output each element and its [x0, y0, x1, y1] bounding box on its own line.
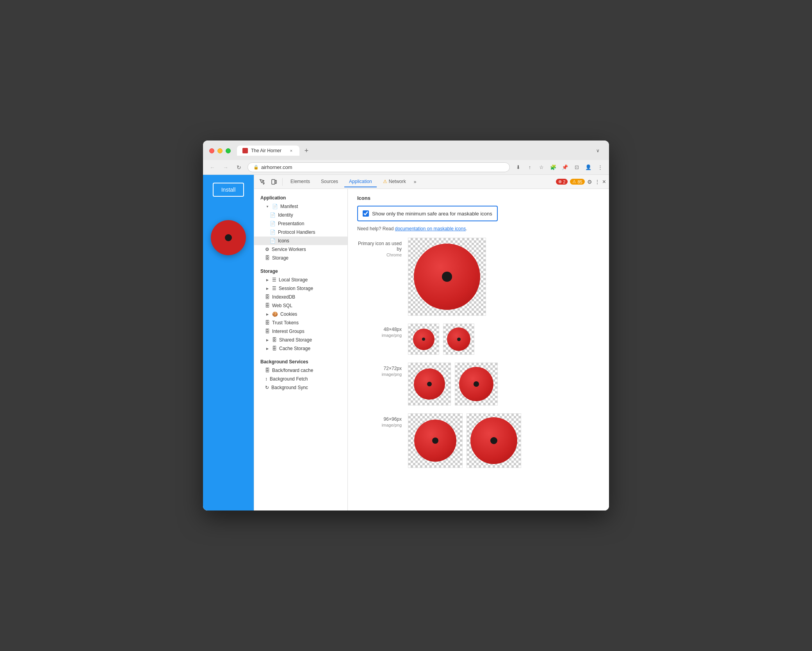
toolbar-icons: ⬇ ↑ ☆ 🧩 📌 ⊡ 👤 ⋮	[514, 163, 604, 172]
refresh-button[interactable]: ↻	[234, 163, 244, 172]
install-button[interactable]: Install	[213, 183, 244, 197]
network-warning-icon: ⚠	[383, 179, 387, 184]
size-48-label: 48×48px	[357, 327, 402, 332]
address-field[interactable]: 🔒 airhorner.com	[248, 162, 510, 172]
tab-application[interactable]: Application	[344, 176, 377, 187]
icon-96-preview-1	[408, 413, 463, 468]
active-tab[interactable]: The Air Horner ×	[237, 146, 299, 156]
icon-96-meta: 96×96px image/png	[357, 413, 408, 427]
icon-48-meta: 48×48px image/png	[357, 324, 408, 338]
devtools-panel: Elements Sources Application ⚠ Network »…	[254, 175, 609, 510]
icon-72-samples	[408, 363, 498, 406]
local-storage-label: Local Storage	[279, 277, 308, 283]
url-text: airhorner.com	[261, 164, 292, 170]
devtools: Install Elements Sources Application	[203, 175, 609, 510]
back-button[interactable]: ←	[208, 163, 217, 172]
help-text: Need help? Read documentation on maskabl…	[357, 226, 600, 231]
chrome-icon-preview	[408, 238, 486, 316]
horn-48-1	[413, 329, 434, 350]
background-sync-label: Background Sync	[271, 385, 308, 390]
tab-network[interactable]: ⚠ Network	[378, 176, 411, 187]
icon-48-samples	[408, 324, 474, 355]
minimize-button[interactable]	[217, 148, 223, 153]
nav-protocol-handlers[interactable]: 📄 Protocol Handlers	[254, 228, 347, 237]
nav-identity[interactable]: 📄 Identity	[254, 211, 347, 219]
nav-background-sync[interactable]: ↻ Background Sync	[254, 383, 347, 392]
identity-label: Identity	[278, 212, 293, 218]
nav-local-storage[interactable]: ▶ ☰ Local Storage	[254, 276, 347, 284]
type-96-label: image/png	[357, 423, 402, 427]
tab-close-button[interactable]: ×	[288, 148, 294, 153]
cookies-label: Cookies	[280, 311, 297, 317]
more-tabs-button[interactable]: »	[412, 177, 418, 187]
address-bar: ← → ↻ 🔒 airhorner.com ⬇ ↑ ☆ 🧩 📌 ⊡ 👤 ⋮	[203, 160, 609, 175]
nav-web-sql[interactable]: 🗄 Web SQL	[254, 301, 347, 310]
bookmark-icon[interactable]: ☆	[537, 163, 546, 172]
forward-button[interactable]: →	[221, 163, 230, 172]
help-text-before: Need help? Read	[357, 226, 395, 231]
page-sidebar: Install	[203, 175, 254, 510]
horn-72-1	[414, 368, 445, 400]
nav-cache-storage[interactable]: ▶ 🗄 Cache Storage	[254, 344, 347, 353]
icon-48-preview-1	[408, 324, 439, 355]
device-icon[interactable]	[269, 177, 279, 187]
chrome-icon-section: Primary icon as used by Chrome	[357, 238, 600, 316]
devtools-close-icon[interactable]: ×	[602, 178, 606, 185]
trust-tokens-icon: 🗄	[265, 320, 270, 326]
chrome-icon-meta: Primary icon as used by Chrome	[357, 238, 408, 257]
main-content: Icons Show only the minimum safe area fo…	[348, 189, 609, 510]
close-button[interactable]	[209, 148, 214, 153]
nav-session-storage[interactable]: ▶ ☰ Session Storage	[254, 284, 347, 293]
nav-manifest[interactable]: ▼ 📄 Manifest	[254, 202, 347, 211]
background-services-title: Background Services	[254, 356, 347, 366]
devtools-more-icon[interactable]: ⋮	[595, 179, 600, 185]
inspect-icon[interactable]	[257, 177, 267, 187]
maximize-button[interactable]	[226, 148, 231, 153]
tab-more-button[interactable]: ∨	[596, 148, 603, 153]
devtools-right-controls: ⊗ 2 ⚠ 85 ⚙ ⋮ ×	[556, 178, 606, 185]
nav-trust-tokens[interactable]: 🗄 Trust Tokens	[254, 318, 347, 327]
warning-count: 85	[577, 180, 582, 184]
manifest-icon: 📄	[272, 204, 278, 209]
shared-storage-label: Shared Storage	[279, 337, 312, 343]
local-storage-expand-icon: ▶	[265, 277, 270, 282]
nav-background-fetch[interactable]: ↕ Background Fetch	[254, 375, 347, 383]
protocol-handlers-label: Protocol Handlers	[278, 229, 315, 235]
icon-72-preview-2	[455, 363, 498, 406]
caution-icon[interactable]: 📌	[561, 163, 569, 172]
maskable-icons-checkbox[interactable]	[363, 210, 369, 217]
tab-sources[interactable]: Sources	[316, 176, 343, 187]
nav-shared-storage[interactable]: ▶ 🗄 Shared Storage	[254, 336, 347, 344]
svg-rect-1	[275, 180, 276, 183]
air-horn-icon	[211, 220, 246, 255]
back-forward-cache-icon: 🗄	[265, 368, 270, 373]
icon-72-meta: 72×72px image/png	[357, 363, 408, 377]
storage-app-icon: 🗄	[265, 255, 270, 261]
new-tab-button[interactable]: +	[301, 145, 312, 156]
nav-cookies[interactable]: ▶ 🍪 Cookies	[254, 310, 347, 318]
documentation-link[interactable]: documentation on maskable icons	[395, 226, 466, 231]
tab-elements[interactable]: Elements	[286, 176, 315, 187]
nav-storage-app[interactable]: 🗄 Storage	[254, 254, 347, 262]
download-icon[interactable]: ⬇	[514, 163, 522, 172]
nav-interest-groups[interactable]: 🗄 Interest Groups	[254, 327, 347, 336]
storage-app-label: Storage	[272, 255, 288, 261]
nav-service-workers[interactable]: ⚙ Service Workers	[254, 245, 347, 254]
nav-indexeddb[interactable]: 🗄 IndexedDB	[254, 293, 347, 301]
share-icon[interactable]: ↑	[525, 163, 534, 172]
extensions-icon[interactable]: 🧩	[549, 163, 557, 172]
nav-back-forward-cache[interactable]: 🗄 Back/forward cache	[254, 366, 347, 375]
horn-96-2	[470, 417, 517, 464]
menu-icon[interactable]: ⋮	[596, 163, 604, 172]
nav-presentation[interactable]: 📄 Presentation	[254, 219, 347, 228]
help-text-after: .	[466, 226, 467, 231]
tab-bar: The Air Horner × + ∨	[237, 145, 603, 156]
icon-72-section: 72×72px image/png	[357, 363, 600, 406]
account-icon[interactable]: 👤	[584, 163, 593, 172]
split-view-icon[interactable]: ⊡	[572, 163, 581, 172]
type-72-label: image/png	[357, 372, 402, 377]
warning-badge: ⚠ 85	[570, 179, 584, 185]
devtools-settings-icon[interactable]: ⚙	[587, 179, 592, 185]
presentation-icon: 📄	[270, 221, 276, 226]
nav-icons[interactable]: 📄 Icons	[254, 237, 347, 245]
